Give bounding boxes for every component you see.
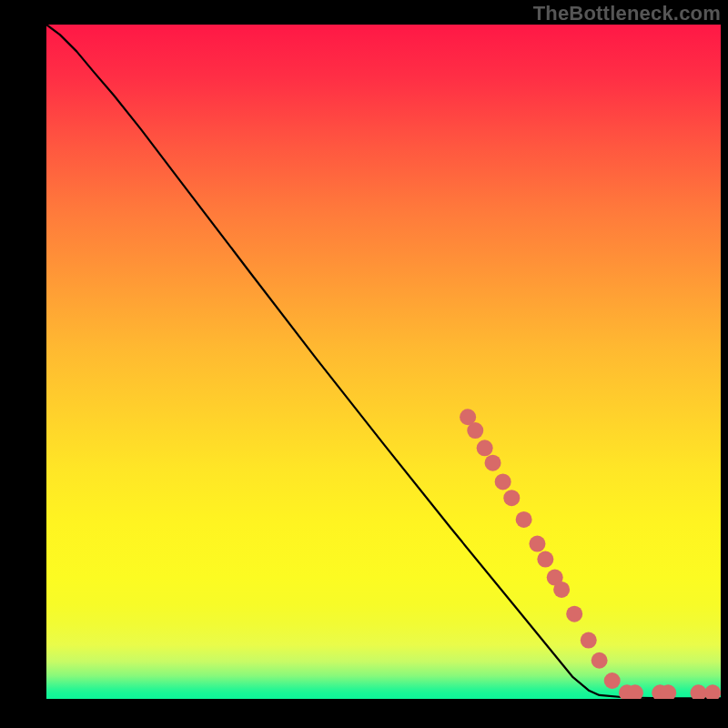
- marker-dot: [581, 632, 597, 649]
- watermark-text: TheBottleneck.com: [533, 2, 721, 25]
- marker-dot: [691, 684, 707, 699]
- marker-dot: [503, 490, 520, 506]
- marker-dot: [592, 652, 608, 669]
- marker-dot: [553, 581, 570, 598]
- marker-dot: [704, 684, 721, 699]
- marker-dot: [529, 536, 545, 552]
- marker-dot: [477, 440, 493, 456]
- marker-dot: [467, 422, 483, 439]
- marker-dot: [537, 551, 553, 568]
- marker-dot: [495, 473, 511, 490]
- curve-line: [46, 25, 721, 698]
- marker-dot: [516, 511, 532, 528]
- chart-svg: [46, 25, 721, 699]
- marker-dot: [566, 606, 582, 622]
- chart-stage: TheBottleneck.com: [0, 0, 728, 728]
- marker-dots: [460, 409, 721, 699]
- marker-dot: [485, 455, 501, 471]
- plot-area: [46, 25, 721, 699]
- marker-dot: [604, 672, 621, 689]
